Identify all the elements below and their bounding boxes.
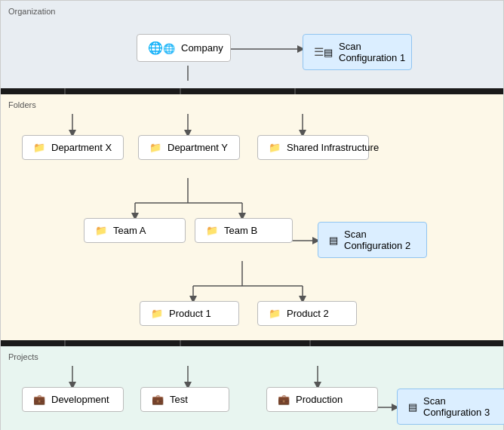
folder-icon-dx: 📁 [33, 142, 45, 153]
section-folders: Folders [1, 94, 503, 340]
dept-x-label: Department X [51, 142, 112, 153]
folders-label: Folders [8, 100, 496, 109]
org-lines [8, 20, 496, 81]
divider-2 [1, 340, 503, 346]
divider1-lines [1, 88, 504, 94]
folder-icon-ta: 📁 [95, 225, 107, 236]
scan2-icon: ▤ [329, 235, 338, 246]
team-a-label: Team A [113, 225, 146, 236]
briefcase-icon-dev: 💼 [33, 394, 45, 405]
projects-label: Projects [8, 352, 496, 361]
org-inner: 🌐 Company ▤ ScanConfiguration 1 [8, 20, 496, 81]
dept-y-label: Department Y [167, 142, 228, 153]
folder-icon-p1: 📁 [151, 308, 163, 319]
production-node[interactable]: 💼 Production [266, 387, 378, 412]
folder-icon-dy: 📁 [149, 142, 161, 153]
scan1-label: ScanConfiguration 1 [339, 41, 405, 63]
team-a-node[interactable]: 📁 Team A [84, 218, 186, 243]
section-org: Organization 🌐 Company ▤ [1, 1, 503, 88]
product-1-node[interactable]: 📁 Product 1 [140, 301, 239, 326]
prod-label: Production [296, 394, 343, 405]
diagram-wrapper: Organization 🌐 Company ▤ [0, 0, 504, 430]
divider2-lines [1, 340, 504, 346]
scan-config-3-node[interactable]: ▤ ScanConfiguration 3 [397, 389, 504, 425]
scan1-icon: ▤ [314, 45, 333, 59]
team-b-label: Team B [224, 225, 257, 236]
shared-label: Shared Infrastructure [287, 142, 379, 153]
dev-label: Development [51, 394, 109, 405]
product-2-node[interactable]: 📁 Product 2 [257, 301, 357, 326]
section-projects: Projects 💼 Development [1, 346, 503, 430]
shared-infra-node[interactable]: 📁 Shared Infrastructure [257, 135, 369, 160]
test-label: Test [170, 394, 188, 405]
scan-config-2-node[interactable]: ▤ ScanConfiguration 2 [318, 222, 427, 258]
scan3-icon: ▤ [408, 401, 417, 413]
team-b-node[interactable]: 📁 Team B [195, 218, 293, 243]
dept-y-node[interactable]: 📁 Department Y [138, 135, 240, 160]
scan-config-1-node[interactable]: ▤ ScanConfiguration 1 [303, 34, 412, 70]
product2-label: Product 2 [287, 308, 329, 319]
briefcase-icon-prod: 💼 [278, 394, 290, 405]
product1-label: Product 1 [169, 308, 211, 319]
divider-1 [1, 88, 503, 94]
dept-x-node[interactable]: 📁 Department X [22, 135, 124, 160]
org-label: Organization [8, 7, 496, 16]
company-node[interactable]: 🌐 Company [137, 34, 231, 62]
folder-icon-si: 📁 [269, 142, 281, 153]
dev-node[interactable]: 💼 Development [22, 387, 124, 412]
scan2-label: ScanConfiguration 2 [344, 229, 410, 251]
company-label: Company [181, 42, 223, 54]
globe-icon: 🌐 [148, 41, 175, 55]
projects-inner: 💼 Development 💼 Test 💼 Production ▤ Scan… [8, 366, 496, 430]
folder-icon-p2: 📁 [269, 308, 281, 319]
briefcase-icon-test: 💼 [152, 394, 164, 405]
folders-inner: 📁 Department X 📁 Department Y 📁 Shared I… [8, 114, 496, 333]
folder-icon-tb: 📁 [206, 225, 218, 236]
scan3-label: ScanConfiguration 3 [423, 395, 490, 418]
test-node[interactable]: 💼 Test [140, 387, 229, 412]
